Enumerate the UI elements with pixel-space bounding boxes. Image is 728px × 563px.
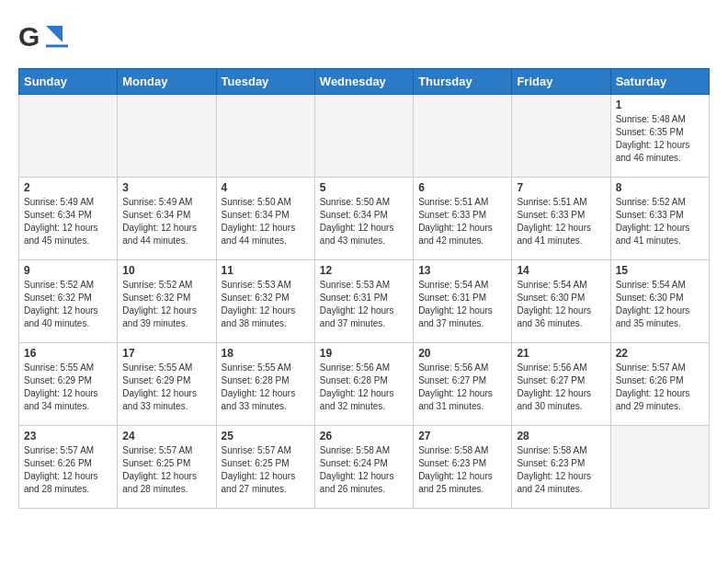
calendar-cell: 11Sunrise: 5:53 AM Sunset: 6:32 PM Dayli… [216,260,314,343]
calendar-cell: 21Sunrise: 5:56 AM Sunset: 6:27 PM Dayli… [512,343,610,426]
day-number: 22 [616,347,704,360]
day-info: Sunrise: 5:53 AM Sunset: 6:32 PM Dayligh… [222,279,310,330]
calendar-cell [512,95,610,178]
calendar-cell: 12Sunrise: 5:53 AM Sunset: 6:31 PM Dayli… [314,260,413,343]
day-number: 18 [222,347,310,360]
day-info: Sunrise: 5:57 AM Sunset: 6:26 PM Dayligh… [616,362,704,413]
calendar-cell: 3Sunrise: 5:49 AM Sunset: 6:34 PM Daylig… [118,178,216,260]
calendar-cell: 2Sunrise: 5:49 AM Sunset: 6:34 PM Daylig… [19,178,118,260]
calendar-cell: 19Sunrise: 5:56 AM Sunset: 6:28 PM Dayli… [314,343,413,426]
weekday-header-saturday: Saturday [610,69,709,95]
day-info: Sunrise: 5:55 AM Sunset: 6:28 PM Dayligh… [222,362,310,413]
logo: G [18,18,72,59]
day-number: 10 [122,264,210,277]
calendar-cell: 10Sunrise: 5:52 AM Sunset: 6:32 PM Dayli… [118,260,216,343]
weekday-header-monday: Monday [118,69,216,95]
day-number: 19 [320,347,408,360]
day-info: Sunrise: 5:56 AM Sunset: 6:28 PM Dayligh… [320,362,408,413]
day-number: 11 [222,264,310,277]
day-number: 5 [320,181,408,194]
page-header: G [18,18,710,59]
svg-text:G: G [18,21,40,52]
calendar-cell: 25Sunrise: 5:57 AM Sunset: 6:25 PM Dayli… [216,426,314,509]
day-info: Sunrise: 5:57 AM Sunset: 6:26 PM Dayligh… [24,444,112,496]
day-number: 9 [24,264,112,277]
day-number: 27 [418,430,506,442]
weekday-header-tuesday: Tuesday [216,69,314,95]
calendar-cell: 13Sunrise: 5:54 AM Sunset: 6:31 PM Dayli… [414,260,512,343]
calendar-table: SundayMondayTuesdayWednesdayThursdayFrid… [18,68,710,509]
day-number: 13 [418,264,506,277]
calendar-cell: 17Sunrise: 5:55 AM Sunset: 6:29 PM Dayli… [118,343,216,426]
day-info: Sunrise: 5:49 AM Sunset: 6:34 PM Dayligh… [24,196,112,247]
day-info: Sunrise: 5:56 AM Sunset: 6:27 PM Dayligh… [517,362,605,413]
calendar-cell: 23Sunrise: 5:57 AM Sunset: 6:26 PM Dayli… [19,426,118,509]
calendar-cell: 16Sunrise: 5:55 AM Sunset: 6:29 PM Dayli… [19,343,118,426]
calendar-week-5: 23Sunrise: 5:57 AM Sunset: 6:26 PM Dayli… [19,426,710,509]
day-number: 8 [616,181,704,194]
day-number: 25 [222,430,310,442]
day-number: 17 [122,347,210,360]
weekday-header-wednesday: Wednesday [314,69,413,95]
day-info: Sunrise: 5:49 AM Sunset: 6:34 PM Dayligh… [122,196,210,247]
calendar-cell: 24Sunrise: 5:57 AM Sunset: 6:25 PM Dayli… [118,426,216,509]
weekday-header-sunday: Sunday [19,69,118,95]
day-info: Sunrise: 5:54 AM Sunset: 6:30 PM Dayligh… [517,279,605,330]
calendar-week-3: 9Sunrise: 5:52 AM Sunset: 6:32 PM Daylig… [19,260,710,343]
day-number: 15 [616,264,704,277]
calendar-week-4: 16Sunrise: 5:55 AM Sunset: 6:29 PM Dayli… [19,343,710,426]
calendar-cell: 26Sunrise: 5:58 AM Sunset: 6:24 PM Dayli… [314,426,413,509]
day-info: Sunrise: 5:56 AM Sunset: 6:27 PM Dayligh… [418,362,506,413]
day-number: 26 [320,430,408,442]
calendar-cell [118,95,216,178]
calendar-cell: 5Sunrise: 5:50 AM Sunset: 6:34 PM Daylig… [314,178,413,260]
calendar-cell: 20Sunrise: 5:56 AM Sunset: 6:27 PM Dayli… [414,343,512,426]
calendar-week-1: 1Sunrise: 5:48 AM Sunset: 6:35 PM Daylig… [19,95,710,178]
svg-marker-1 [46,26,63,42]
day-number: 2 [24,181,112,194]
calendar-cell [19,95,118,178]
day-info: Sunrise: 5:57 AM Sunset: 6:25 PM Dayligh… [222,444,310,496]
calendar-cell: 22Sunrise: 5:57 AM Sunset: 6:26 PM Dayli… [610,343,709,426]
day-info: Sunrise: 5:53 AM Sunset: 6:31 PM Dayligh… [320,279,408,330]
calendar-cell: 7Sunrise: 5:51 AM Sunset: 6:33 PM Daylig… [512,178,610,260]
day-info: Sunrise: 5:55 AM Sunset: 6:29 PM Dayligh… [122,362,210,413]
day-info: Sunrise: 5:50 AM Sunset: 6:34 PM Dayligh… [222,196,310,247]
calendar-cell: 14Sunrise: 5:54 AM Sunset: 6:30 PM Dayli… [512,260,610,343]
calendar-cell: 9Sunrise: 5:52 AM Sunset: 6:32 PM Daylig… [19,260,118,343]
day-info: Sunrise: 5:58 AM Sunset: 6:23 PM Dayligh… [517,444,605,496]
day-info: Sunrise: 5:52 AM Sunset: 6:32 PM Dayligh… [24,279,112,330]
day-number: 4 [222,181,310,194]
day-number: 14 [517,264,605,277]
day-info: Sunrise: 5:52 AM Sunset: 6:33 PM Dayligh… [616,196,704,247]
day-number: 28 [517,430,605,442]
calendar-cell: 15Sunrise: 5:54 AM Sunset: 6:30 PM Dayli… [610,260,709,343]
day-info: Sunrise: 5:52 AM Sunset: 6:32 PM Dayligh… [122,279,210,330]
day-number: 20 [418,347,506,360]
day-info: Sunrise: 5:58 AM Sunset: 6:24 PM Dayligh… [320,444,408,496]
day-number: 3 [122,181,210,194]
day-info: Sunrise: 5:50 AM Sunset: 6:34 PM Dayligh… [320,196,408,247]
calendar-cell [414,95,512,178]
calendar-cell [216,95,314,178]
day-number: 24 [122,430,210,442]
day-info: Sunrise: 5:48 AM Sunset: 6:35 PM Dayligh… [616,113,704,165]
logo-icon: G [18,18,68,59]
calendar-cell: 6Sunrise: 5:51 AM Sunset: 6:33 PM Daylig… [414,178,512,260]
day-number: 21 [517,347,605,360]
day-info: Sunrise: 5:51 AM Sunset: 6:33 PM Dayligh… [517,196,605,247]
day-info: Sunrise: 5:55 AM Sunset: 6:29 PM Dayligh… [24,362,112,413]
calendar-cell: 8Sunrise: 5:52 AM Sunset: 6:33 PM Daylig… [610,178,709,260]
weekday-header-thursday: Thursday [414,69,512,95]
day-number: 12 [320,264,408,277]
calendar-week-2: 2Sunrise: 5:49 AM Sunset: 6:34 PM Daylig… [19,178,710,260]
calendar-cell: 1Sunrise: 5:48 AM Sunset: 6:35 PM Daylig… [610,95,709,178]
day-number: 6 [418,181,506,194]
day-info: Sunrise: 5:51 AM Sunset: 6:33 PM Dayligh… [418,196,506,247]
weekday-header-row: SundayMondayTuesdayWednesdayThursdayFrid… [19,69,710,95]
day-info: Sunrise: 5:54 AM Sunset: 6:30 PM Dayligh… [616,279,704,330]
calendar-cell: 27Sunrise: 5:58 AM Sunset: 6:23 PM Dayli… [414,426,512,509]
calendar-cell [314,95,413,178]
day-number: 16 [24,347,112,360]
day-number: 7 [517,181,605,194]
